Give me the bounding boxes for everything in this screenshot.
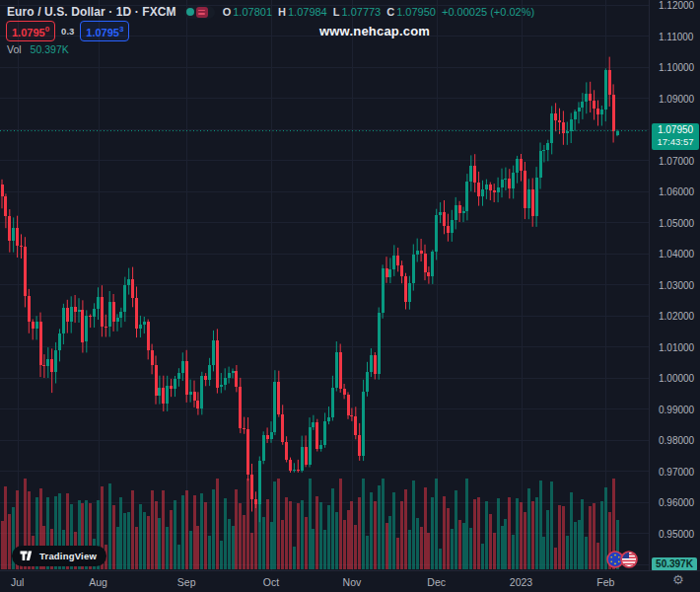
candle — [531, 189, 534, 215]
price-axis-label: 1.04000 — [659, 249, 694, 259]
tradingview-logo[interactable]: TradingView — [12, 546, 106, 566]
settings-gear-icon[interactable]: ⚙ — [672, 572, 684, 587]
eye-toggle-icon[interactable] — [186, 8, 194, 16]
price-axis-label: 0.98000 — [659, 435, 694, 446]
candle — [62, 308, 65, 333]
candle — [39, 322, 42, 366]
volume-bar — [250, 533, 253, 569]
candle — [550, 113, 553, 143]
volume-bar — [396, 538, 399, 569]
volume-bar — [281, 520, 284, 569]
candle — [224, 378, 227, 385]
volume-bar — [200, 493, 203, 569]
volume-bar — [323, 530, 326, 569]
candle — [489, 185, 492, 190]
price-axis[interactable]: 0.940000.950000.960000.970000.980000.990… — [649, 0, 700, 570]
volume-bar — [220, 541, 223, 569]
candle — [212, 340, 215, 365]
ask-button[interactable]: 1.07953 — [80, 21, 129, 41]
candle — [319, 445, 322, 449]
volume-bar — [139, 504, 142, 569]
volume-axis-badge: 50.397K — [652, 557, 697, 571]
candle — [228, 373, 231, 378]
candle — [235, 371, 238, 387]
volume-bar — [358, 497, 361, 570]
bid-ask-row: 1.07950 0.3 1.07953 — [6, 21, 129, 41]
candle — [335, 352, 338, 388]
volume-label: Vol — [7, 43, 22, 55]
series-visibility-toggle[interactable] — [184, 6, 215, 19]
candle — [554, 113, 557, 120]
candle — [366, 372, 369, 392]
volume-value: 50.397K — [31, 43, 69, 55]
volume-bar — [293, 547, 296, 569]
candle — [101, 297, 104, 327]
volume-bar — [4, 486, 7, 569]
candle — [127, 279, 130, 285]
volume-bar — [228, 519, 231, 569]
candle — [600, 110, 603, 113]
volume-bar — [189, 531, 192, 569]
time-axis[interactable]: JulAugSepOctNovDec2023Feb — [0, 570, 700, 592]
candle — [424, 254, 427, 272]
volume-bar — [589, 506, 592, 569]
volume-bar — [535, 497, 538, 569]
candle — [250, 475, 253, 500]
candle — [612, 95, 615, 131]
candle — [535, 178, 538, 215]
candle — [404, 276, 407, 302]
price-axis-label: 1.07000 — [659, 155, 694, 166]
candle — [262, 435, 265, 460]
candle — [443, 212, 446, 226]
volume-bar — [400, 501, 403, 569]
volume-bar — [473, 499, 476, 569]
volume-bar — [362, 479, 365, 569]
chart-canvas[interactable] — [0, 0, 649, 570]
candle — [378, 313, 381, 374]
time-axis-label: Feb — [596, 576, 614, 588]
candle — [542, 150, 545, 151]
candle — [147, 322, 150, 350]
candle — [119, 312, 122, 318]
time-axis-label: Aug — [89, 576, 107, 588]
volume-bar — [181, 495, 184, 569]
volume-bar — [520, 502, 523, 569]
candle — [546, 143, 549, 150]
candle — [497, 187, 500, 192]
volume-bar — [477, 497, 480, 569]
candle — [297, 470, 300, 471]
candle — [289, 460, 292, 471]
volume-bar — [254, 503, 257, 569]
volume-bar — [416, 518, 419, 569]
volume-bar — [512, 535, 515, 569]
candle — [258, 461, 261, 504]
candle — [54, 350, 57, 372]
bar-countdown: 17:43:57 — [652, 136, 699, 148]
candle — [58, 333, 61, 350]
chart-window: Euro / U.S. Dollar · 1D · FXCM O 1.07801… — [0, 0, 700, 592]
candle — [131, 279, 134, 298]
volume-bar — [374, 501, 377, 569]
price-axis-label: 1.01000 — [659, 341, 694, 352]
candle — [512, 173, 515, 188]
us-flag-icon — [620, 551, 638, 568]
candle — [293, 470, 296, 471]
candle — [123, 285, 126, 312]
candle — [608, 70, 611, 95]
candle — [604, 70, 607, 110]
volume-bar — [546, 510, 549, 569]
volume-bar — [558, 505, 561, 570]
volume-bar — [550, 481, 553, 569]
candle — [277, 382, 280, 413]
candle — [370, 355, 373, 372]
volume-bar — [204, 502, 207, 569]
candle — [266, 435, 269, 439]
volume-bar — [277, 479, 280, 569]
volume-bar — [527, 488, 530, 569]
symbol-title[interactable]: Euro / U.S. Dollar · 1D · FXCM — [7, 5, 176, 19]
price-axis-label: 1.12000 — [659, 0, 694, 11]
candle — [331, 388, 334, 417]
more-options-icon[interactable] — [196, 7, 208, 18]
bid-button[interactable]: 1.07950 — [6, 21, 55, 41]
time-axis-label: Oct — [263, 576, 279, 588]
